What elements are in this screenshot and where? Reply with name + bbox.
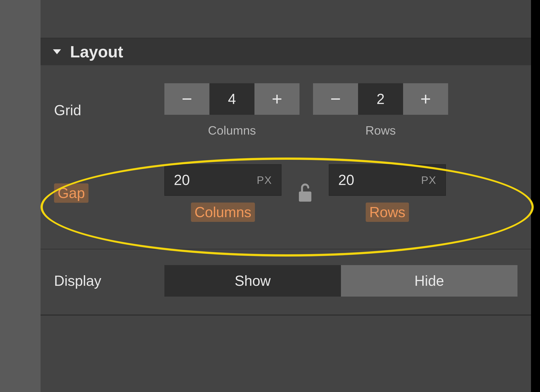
grid-rows-increment-button[interactable]: + [403, 83, 448, 115]
grid-label: Grid [54, 102, 164, 119]
gap-columns-input[interactable]: 20 PX [164, 164, 281, 196]
display-label: Display [54, 273, 164, 289]
svg-rect-0 [299, 191, 311, 202]
gap-lock-toggle[interactable] [294, 183, 316, 203]
unlock-icon [297, 183, 313, 203]
grid-columns-increment-button[interactable]: + [255, 83, 300, 115]
display-show-button[interactable]: Show [164, 265, 341, 297]
grid-rows-stepper: − 2 + [313, 83, 448, 115]
grid-rows-col: − 2 + Rows [313, 83, 448, 137]
section-bottom-divider [40, 315, 531, 315]
gap-columns-caption-highlight: Columns [191, 202, 255, 222]
gap-rows-value: 20 [338, 172, 354, 188]
panel-top-spacer [40, 0, 531, 38]
gap-rows-unit[interactable]: PX [421, 174, 436, 186]
gap-group: 20 PX Columns [164, 164, 517, 222]
section-body: Grid − 4 + Columns − 2 [40, 65, 531, 315]
gap-rows-caption-highlight: Rows [366, 202, 409, 222]
gap-rows-col: 20 PX Rows [329, 164, 446, 222]
gap-row: Gap 20 PX Columns [40, 164, 531, 222]
gap-columns-caption: Columns [195, 204, 251, 220]
grid-stepper-group: − 4 + Columns − 2 + Rows [164, 83, 517, 137]
gap-rows-input[interactable]: 20 PX [329, 164, 446, 196]
display-toggle-group: Show Hide [164, 265, 517, 297]
left-edge-strip [0, 0, 40, 392]
gap-label-wrap: Gap [54, 183, 164, 203]
gap-columns-unit[interactable]: PX [257, 174, 272, 186]
grid-columns-decrement-button[interactable]: − [164, 83, 210, 115]
grid-rows-value[interactable]: 2 [358, 83, 403, 115]
display-hide-button[interactable]: Hide [341, 265, 517, 297]
gap-label: Gap [58, 185, 85, 201]
gap-columns-col: 20 PX Columns [164, 164, 281, 222]
section-header[interactable]: Layout [40, 38, 531, 65]
section-divider [40, 249, 531, 249]
grid-columns-col: − 4 + Columns [164, 83, 300, 137]
grid-rows-decrement-button[interactable]: − [313, 83, 358, 115]
gap-columns-value: 20 [174, 172, 190, 188]
section-title: Layout [70, 43, 123, 61]
gap-rows-caption: Rows [369, 204, 405, 220]
grid-columns-value[interactable]: 4 [210, 83, 255, 115]
viewport: Layout Grid − 4 + Columns [0, 0, 540, 392]
grid-columns-caption: Columns [208, 123, 256, 137]
grid-row: Grid − 4 + Columns − 2 [40, 83, 531, 137]
grid-columns-stepper: − 4 + [164, 83, 300, 115]
grid-rows-caption: Rows [365, 123, 396, 137]
layout-panel: Layout Grid − 4 + Columns [40, 0, 531, 392]
collapse-triangle-icon[interactable] [53, 49, 61, 54]
display-row: Display Show Hide [40, 265, 531, 297]
gap-label-highlight: Gap [54, 183, 89, 203]
